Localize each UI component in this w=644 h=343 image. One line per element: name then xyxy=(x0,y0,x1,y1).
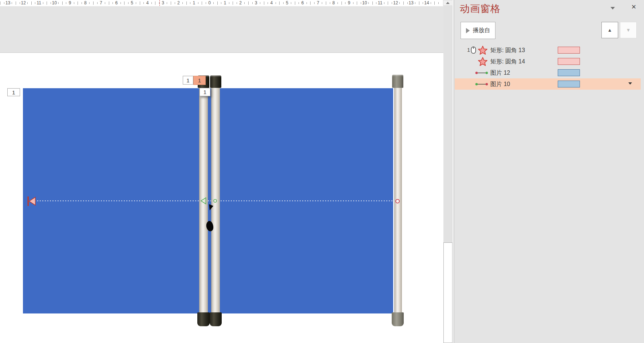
animation-timing-bar[interactable] xyxy=(558,69,580,76)
pane-title: 动画窗格 xyxy=(460,2,501,15)
ruler-tick xyxy=(388,1,388,5)
animation-row-4[interactable]: 图片 10 xyxy=(454,78,644,90)
ruler-tick xyxy=(198,2,198,4)
animation-pane: 动画窗格 × 播放自 ▲ ▼ 1矩形: 圆角 13矩形: 圆角 14图片 12图… xyxy=(454,0,644,343)
ruler-tick xyxy=(186,1,187,5)
animation-row-2[interactable]: 矩形: 圆角 14 xyxy=(454,56,644,67)
ruler-number: 9 xyxy=(348,0,351,6)
ruler-tick xyxy=(357,1,357,5)
animation-target-label: 矩形: 圆角 14 xyxy=(490,56,525,67)
ruler-tick xyxy=(434,1,435,5)
ruler-tick xyxy=(419,1,419,5)
move-earlier-button[interactable]: ▲ xyxy=(601,22,618,38)
scrollbar-track[interactable] xyxy=(443,242,453,343)
ruler-number: 11 xyxy=(378,0,382,6)
ruler-tick xyxy=(12,2,12,4)
animation-order-number xyxy=(464,67,470,78)
ruler-tick xyxy=(124,1,125,5)
close-icon[interactable]: × xyxy=(629,1,639,12)
ruler-tick xyxy=(252,2,253,4)
ruler-number: 9 xyxy=(69,0,71,6)
ruler-tick xyxy=(341,1,342,5)
scrollbar-thumb[interactable] xyxy=(443,6,453,242)
animation-seq-badge-shadowed[interactable]: 1 xyxy=(199,88,210,96)
ruler-number: 5 xyxy=(131,0,133,6)
ruler-tick xyxy=(97,2,98,4)
ruler-tick xyxy=(372,1,373,5)
ruler-number: 1 xyxy=(193,0,195,6)
pole-middle-top-cap xyxy=(210,75,221,88)
ruler-number: 6 xyxy=(115,0,118,6)
animation-row-3[interactable]: 图片 12 xyxy=(454,67,644,78)
ruler-tick xyxy=(407,2,408,4)
ruler-tick xyxy=(330,2,330,4)
animation-timing-bar[interactable] xyxy=(558,58,580,65)
ruler-tick xyxy=(213,2,214,4)
ruler-tick xyxy=(27,2,28,4)
ruler-tick xyxy=(89,2,90,4)
ruler-tick xyxy=(93,1,94,5)
ruler-tick xyxy=(431,2,431,4)
ruler-number: 3 xyxy=(255,0,257,6)
ruler-tick xyxy=(415,2,415,4)
ruler-tick xyxy=(143,2,144,4)
triangle-up-icon xyxy=(446,2,450,4)
chevron-down-icon[interactable] xyxy=(608,4,617,12)
ruler-tick xyxy=(233,1,233,5)
ruler-tick xyxy=(74,2,74,4)
ruler-tick xyxy=(310,1,311,5)
ruler-tick xyxy=(276,2,276,4)
ruler-tick xyxy=(384,2,384,4)
ruler-number: 4 xyxy=(270,0,273,6)
ruler-number: 8 xyxy=(84,0,87,6)
move-later-button[interactable]: ▼ xyxy=(620,22,637,38)
ruler-tick xyxy=(260,2,260,4)
ruler-number: 12 xyxy=(393,0,398,6)
pole-right-tube[interactable] xyxy=(394,77,402,319)
mouse-click-icon xyxy=(471,46,477,54)
animation-order-number xyxy=(464,56,470,67)
ruler-tick xyxy=(291,2,291,4)
slide-number-badge[interactable]: 1 xyxy=(7,88,20,96)
animation-order-number: 1 xyxy=(464,44,470,56)
ruler-tick xyxy=(237,2,237,4)
animation-seq-badge-white[interactable]: 1 xyxy=(183,76,193,85)
ruler-number: 8 xyxy=(332,0,335,6)
ruler-tick xyxy=(0,1,0,5)
ruler-tick xyxy=(295,1,295,5)
ruler-number: 6 xyxy=(301,0,304,6)
motion-path-effect-icon xyxy=(474,71,489,75)
ruler-tick xyxy=(392,2,392,4)
animation-list: 1矩形: 圆角 13矩形: 圆角 14图片 12图片 10 xyxy=(454,44,644,90)
ruler-tick xyxy=(423,2,423,4)
play-from-button[interactable]: 播放自 xyxy=(461,22,495,39)
ruler-tick xyxy=(314,2,315,4)
pole-middle-tube[interactable] xyxy=(211,77,220,319)
row-dropdown-caret-icon[interactable] xyxy=(628,82,632,85)
pole-right-top-cap xyxy=(392,75,403,88)
ruler-number: 12 xyxy=(21,0,26,6)
pole-left-tube[interactable] xyxy=(199,77,208,319)
scrollbar-up-button[interactable] xyxy=(443,0,453,6)
ruler-tick xyxy=(16,1,16,5)
ruler-tick xyxy=(136,2,136,4)
animation-target-label: 图片 12 xyxy=(490,67,510,78)
animation-timing-bar[interactable] xyxy=(558,81,580,87)
animation-timing-bar[interactable] xyxy=(558,47,580,54)
ruler-tick xyxy=(322,2,322,4)
ruler-tick xyxy=(206,2,206,4)
ruler-number: 1 xyxy=(224,0,226,6)
animation-seq-badge-selected[interactable]: 1 xyxy=(193,76,206,85)
ruler-tick xyxy=(182,2,183,4)
ruler-tick xyxy=(244,2,245,4)
ruler-number: 10 xyxy=(52,0,57,6)
animation-row-1[interactable]: 1矩形: 圆角 13 xyxy=(454,44,644,56)
star-effect-icon xyxy=(478,46,487,55)
horizontal-ruler[interactable]: 1312111098765432101234567891011121314 xyxy=(0,0,441,6)
ruler-tick xyxy=(151,2,152,4)
ruler-tick xyxy=(47,1,47,5)
ruler-number: 14 xyxy=(424,0,429,6)
ruler-number: 2 xyxy=(177,0,180,6)
ruler-tick xyxy=(376,2,376,4)
ruler-number: 0 xyxy=(208,0,211,6)
